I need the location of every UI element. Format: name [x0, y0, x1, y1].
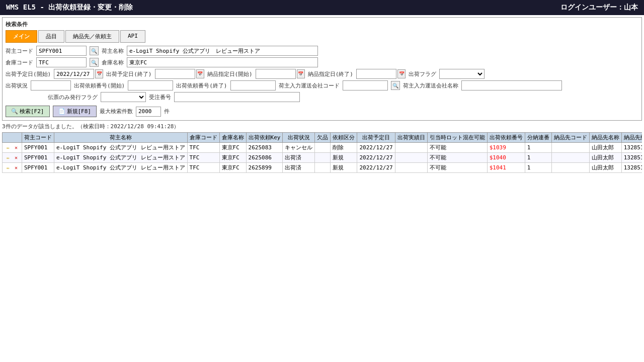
- warehouse-name-input[interactable]: [127, 57, 318, 67]
- warehouse-name: 東京FC: [219, 163, 246, 173]
- order-num-end-input[interactable]: [230, 80, 276, 90]
- shipper-search-button[interactable]: 🔍: [90, 46, 99, 55]
- shipper-code: SPFY001: [22, 143, 54, 153]
- delivery-name: 山田太郎: [589, 143, 621, 153]
- warehouse-code: TFC: [187, 143, 219, 153]
- ship-actual: [395, 163, 427, 173]
- form-row-status: 出荷状況 出荷依頼番号(開始) 出荷依頼番号(終了) 荷主入力運送会社コード 🔍…: [6, 80, 638, 90]
- tab-delivery[interactable]: 納品先／依頼主: [65, 30, 119, 43]
- ship-date-start-group: 📅: [54, 69, 103, 79]
- search-icon: 🔍: [11, 108, 18, 115]
- sender-search-button[interactable]: 🔍: [391, 81, 400, 90]
- order-key: 2625899: [246, 163, 283, 173]
- table-row: SPFY001e-LogiT Shopify 公式アプリ レビュー用ストアTFC…: [3, 163, 642, 173]
- shipper-name-label: 荷主名称: [102, 47, 124, 55]
- delete-icon[interactable]: [13, 144, 20, 151]
- new-icon: 📄: [58, 108, 65, 115]
- max-search-unit: 件: [164, 108, 170, 115]
- edit-icon[interactable]: [5, 154, 12, 161]
- ship-date-end-cal[interactable]: 📅: [196, 69, 204, 78]
- col-order-num: 出荷依頼番号: [487, 133, 525, 143]
- tab-items[interactable]: 品目: [38, 30, 64, 43]
- delivery-date-start-group: 📅: [256, 69, 305, 79]
- col-ship-actual: 出荷実績日: [395, 133, 427, 143]
- ship-date-end-label: 出荷予定日(終了): [106, 70, 151, 78]
- delivery-date-end-input[interactable]: [356, 69, 396, 79]
- ship-flag-select[interactable]: [439, 69, 485, 79]
- shipper-name-input[interactable]: [127, 46, 318, 56]
- order-num-start-input[interactable]: [128, 80, 173, 90]
- reception-input[interactable]: [174, 92, 300, 102]
- warehouse-code-input[interactable]: [36, 57, 87, 67]
- ship-date-start-input[interactable]: [54, 69, 94, 79]
- ship-date: 2022/12/27: [357, 163, 395, 173]
- ship-date-start-label: 出荷予定日(開始): [6, 70, 51, 78]
- user-info: ログインユーザー：山本: [560, 3, 638, 12]
- delivery-code: [551, 153, 589, 163]
- sender-name-input[interactable]: [461, 80, 562, 90]
- ship-date: 2022/12/27: [357, 143, 395, 153]
- split-seq: 1: [525, 143, 551, 153]
- order-key: 2625086: [246, 153, 283, 163]
- col-warehouse-name: 倉庫名称: [219, 133, 246, 143]
- table-row: SPFY001e-LogiT Shopify 公式アプリ レビュー用ストアTFC…: [3, 143, 642, 153]
- voucher-flag-label: 伝票のみ発行フラグ: [48, 94, 98, 101]
- page-header: WMS EL5 - 出荷依頼登録・変更・削除 ログインユーザー：山本: [0, 0, 644, 15]
- lot-mixed: 不可能: [427, 153, 487, 163]
- shipper-code-label: 荷主コード: [6, 47, 33, 55]
- lot-mixed: 不可能: [427, 163, 487, 173]
- sender-code-input[interactable]: [343, 80, 388, 90]
- search-button[interactable]: 🔍 検索[F2]: [6, 106, 50, 117]
- col-request-type: 依頼区分: [331, 133, 357, 143]
- tab-main[interactable]: メイン: [6, 30, 37, 43]
- new-button[interactable]: 📄 新規[F8]: [53, 106, 97, 117]
- ship-actual: [395, 153, 427, 163]
- reception-label: 受注番号: [149, 94, 171, 101]
- voucher-flag-select[interactable]: [101, 92, 146, 102]
- col-shortage: 欠品: [315, 133, 331, 143]
- delivery-date-start-cal[interactable]: 📅: [297, 69, 305, 78]
- col-warehouse-code: 倉庫コード: [187, 133, 219, 143]
- shipper-code-input[interactable]: [36, 46, 87, 56]
- delivery-zip: 1328515: [621, 163, 642, 173]
- shipper-name: e-LogiT Shopify 公式アプリ レビュー用ストア: [54, 153, 188, 163]
- ship-date-end-input[interactable]: [155, 69, 195, 79]
- page-title: WMS EL5 - 出荷依頼登録・変更・削除: [6, 3, 133, 12]
- delete-icon[interactable]: [13, 154, 20, 161]
- ship-status-input[interactable]: [31, 80, 71, 90]
- request-type: 新規: [331, 153, 357, 163]
- order-num-start-label: 出荷依頼番号(開始): [74, 82, 125, 89]
- warehouse-code: TFC: [187, 163, 219, 173]
- edit-icon[interactable]: [5, 164, 12, 171]
- warehouse-search-button[interactable]: 🔍: [90, 58, 99, 67]
- edit-icon[interactable]: [5, 144, 12, 151]
- result-summary: 3件のデータが該当しました。（検索日時：2022/12/28 09:41:28）: [2, 123, 642, 130]
- order-num: $1040: [487, 153, 525, 163]
- max-search-input[interactable]: [136, 107, 161, 117]
- tab-api[interactable]: API: [120, 30, 145, 43]
- delete-icon[interactable]: [13, 164, 20, 171]
- delivery-code: [551, 143, 589, 153]
- delivery-date-end-cal[interactable]: 📅: [397, 69, 406, 78]
- search-section: 検索条件 メイン 品目 納品先／依頼主 API 荷主コード 🔍 荷主名称 倉庫コ…: [2, 17, 642, 121]
- ship-status: キャンセル: [283, 143, 315, 153]
- sender-code-label: 荷主入力運送会社コード: [279, 82, 340, 89]
- ship-date-start-cal[interactable]: 📅: [95, 69, 103, 78]
- split-seq: 1: [525, 163, 551, 173]
- delivery-date-start-input[interactable]: [256, 69, 296, 79]
- col-lot-mixed: 引当時ロット混在可能: [427, 133, 487, 143]
- col-split-seq: 分納連番: [525, 133, 551, 143]
- row-actions: [3, 153, 22, 163]
- delivery-date-end-group: 📅: [356, 69, 406, 79]
- order-num-end-label: 出荷依頼番号(終了): [176, 82, 227, 89]
- col-ship-status: 出荷状況: [283, 133, 315, 143]
- table-header-row: 荷主コード 荷主名称 倉庫コード 倉庫名称 出荷依頼Key 出荷状況 欠品 依頼…: [3, 133, 642, 143]
- ship-status-label: 出荷状況: [6, 82, 28, 89]
- ship-date-end-group: 📅: [155, 69, 204, 79]
- table-body: SPFY001e-LogiT Shopify 公式アプリ レビュー用ストアTFC…: [3, 143, 642, 173]
- action-row: 🔍 検索[F2] 📄 新規[F8] 最大検索件数 件: [6, 106, 638, 117]
- warehouse-code-label: 倉庫コード: [6, 59, 33, 66]
- col-shipper-name: 荷主名称: [54, 133, 188, 143]
- order-key: 2625083: [246, 143, 283, 153]
- warehouse-name-label: 倉庫名称: [102, 59, 124, 66]
